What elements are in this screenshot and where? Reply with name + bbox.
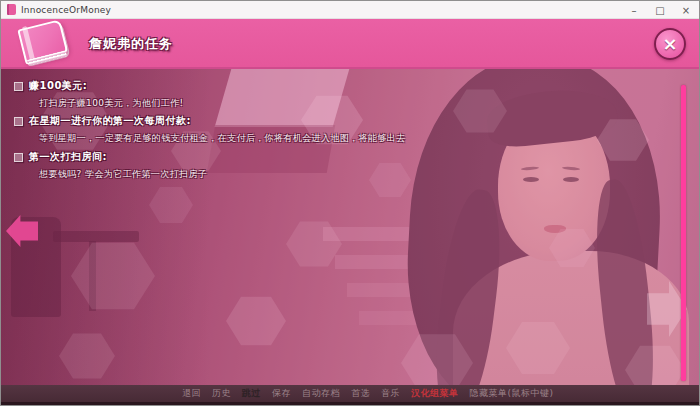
- quest-scrollbar[interactable]: [681, 85, 686, 381]
- quest-journal-title: 詹妮弗的任务: [89, 35, 173, 53]
- task-description: 等到星期一，一定要有足够的钱支付租金，在支付后，你将有机会进入地图，将能够出去: [39, 132, 406, 145]
- quest-content: 赚100美元: 打扫房子赚100美元，为他们工作! 在星期一进行你的第一次每周付…: [1, 69, 700, 387]
- close-window-button[interactable]: ×: [673, 1, 699, 19]
- task-title: 在星期一进行你的第一次每周付款:: [29, 114, 191, 128]
- app-title: InnocenceOrMoney: [21, 5, 111, 15]
- maximize-button[interactable]: □: [647, 1, 673, 19]
- menu-item-history[interactable]: 历史: [212, 387, 231, 400]
- game-window: InnocenceOrMoney – □ × 詹妮弗的任务 ×: [0, 0, 700, 406]
- quick-menu-bar: 退回 历史 跳过 保存 自动存档 首选 音乐 汉化组菜单 隐藏菜单(鼠标中键): [1, 385, 699, 405]
- menu-item-save[interactable]: 保存: [272, 387, 291, 400]
- menu-item-autosave[interactable]: 自动存档: [302, 387, 340, 400]
- task-list: 赚100美元: 打扫房子赚100美元，为他们工作! 在星期一进行你的第一次每周付…: [1, 69, 700, 387]
- task-description: 打扫房子赚100美元，为他们工作!: [39, 97, 184, 110]
- task-checkbox[interactable]: [14, 153, 23, 162]
- close-quest-button[interactable]: ×: [654, 28, 686, 60]
- task-checkbox[interactable]: [14, 117, 23, 126]
- close-icon: ×: [662, 35, 677, 53]
- minimize-button[interactable]: –: [621, 1, 647, 19]
- menu-item-prefs[interactable]: 首选: [351, 387, 370, 400]
- menu-item-skip[interactable]: 跳过: [242, 387, 261, 400]
- task-title: 赚100美元:: [29, 79, 87, 93]
- window-controls: – □ ×: [621, 1, 699, 19]
- task-title: 第一次打扫房间:: [29, 150, 107, 164]
- app-icon: [7, 4, 16, 15]
- menu-item-back[interactable]: 退回: [182, 387, 201, 400]
- task-description: 想要钱吗? 学会为它工作第一次打扫房子: [39, 168, 207, 181]
- menu-item-hide-menu[interactable]: 隐藏菜单(鼠标中键): [470, 387, 554, 400]
- task-checkbox[interactable]: [14, 82, 23, 91]
- quest-header: 詹妮弗的任务 ×: [1, 19, 699, 69]
- menu-item-translation-group[interactable]: 汉化组菜单: [411, 387, 459, 400]
- book-icon: [17, 22, 77, 66]
- menu-item-music[interactable]: 音乐: [381, 387, 400, 400]
- titlebar: InnocenceOrMoney – □ ×: [1, 1, 699, 19]
